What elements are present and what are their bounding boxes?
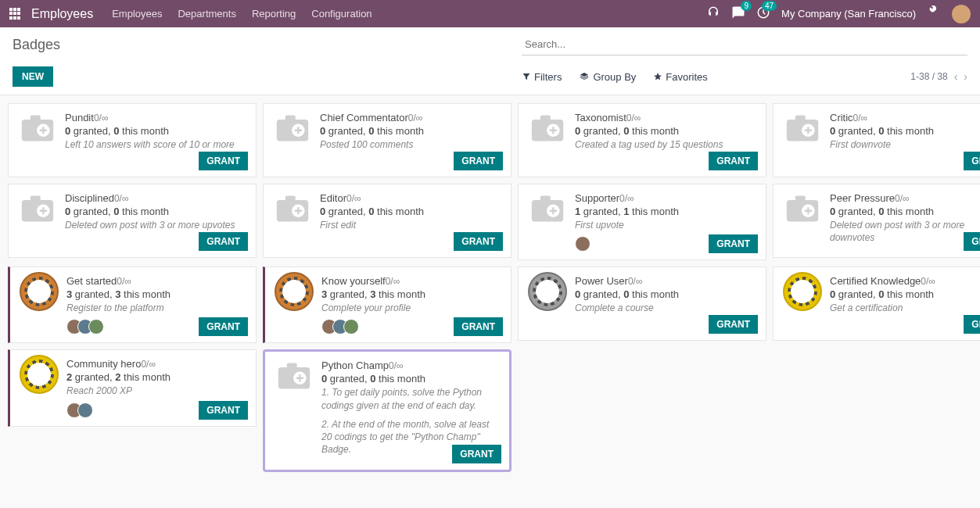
grant-button[interactable]: GRANT	[964, 152, 980, 170]
badge-stats: 2 granted, 2 this month	[66, 371, 246, 383]
badge-medal-bronze	[275, 272, 314, 311]
grant-button[interactable]: GRANT	[454, 317, 503, 336]
grant-button[interactable]: GRANT	[199, 401, 248, 420]
badge-stats: 3 granted, 3 this month	[66, 288, 246, 300]
badge-thumb	[275, 360, 314, 392]
grant-button[interactable]: GRANT	[709, 234, 758, 253]
badge-medal-silver	[528, 272, 567, 311]
badge-card[interactable]: Know yourself0/∞3 granted, 3 this monthC…	[263, 267, 512, 343]
grant-button[interactable]: GRANT	[709, 152, 758, 170]
nav-departments[interactable]: Departments	[178, 8, 235, 20]
messaging-icon[interactable]: 9	[731, 5, 745, 22]
badge-desc: Reach 2000 XP	[66, 385, 246, 397]
grant-button[interactable]: GRANT	[199, 232, 248, 251]
tools-icon[interactable]	[927, 5, 941, 22]
svg-rect-17	[285, 196, 296, 202]
nav-reporting[interactable]: Reporting	[252, 8, 296, 20]
nav-configuration[interactable]: Configuration	[311, 8, 372, 20]
company-selector[interactable]: My Company (San Francisco)	[781, 8, 916, 20]
svg-rect-26	[287, 363, 297, 369]
badge-stats: 0 granted, 0 this month	[830, 206, 980, 217]
grant-button[interactable]: GRANT	[454, 152, 503, 170]
user-avatar-small[interactable]	[77, 402, 93, 418]
badge-desc: Deleted own post with 3 or more downvote…	[830, 219, 980, 244]
svg-rect-2	[31, 116, 41, 121]
grant-button[interactable]: GRANT	[199, 317, 248, 336]
badge-title: Editor0/∞	[320, 192, 501, 204]
svg-rect-20	[540, 196, 551, 202]
badge-card[interactable]: Editor0/∞0 granted, 0 this monthFirst ed…	[263, 184, 512, 258]
favorites-menu[interactable]: Favorites	[653, 71, 707, 83]
camera-placeholder-icon	[785, 194, 820, 224]
camera-placeholder-icon	[20, 113, 55, 143]
filters-menu[interactable]: Filters	[522, 71, 562, 83]
pager-prev[interactable]: ‹	[954, 70, 958, 83]
search-input[interactable]	[522, 34, 967, 55]
badge-stats: 0 granted, 0 this month	[830, 288, 980, 300]
badge-card[interactable]: Community hero0/∞2 granted, 2 this month…	[8, 349, 257, 426]
badge-title: Peer Pressure0/∞	[830, 192, 980, 204]
user-avatar-small[interactable]	[575, 236, 591, 252]
user-avatar[interactable]	[952, 5, 971, 23]
grant-button[interactable]: GRANT	[452, 445, 501, 463]
badge-stats: 1 granted, 1 this month	[575, 206, 756, 217]
grant-button[interactable]: GRANT	[199, 152, 248, 170]
search-wrap	[522, 34, 967, 55]
grant-button[interactable]: GRANT	[709, 315, 758, 334]
badge-thumb	[273, 112, 312, 145]
grant-button[interactable]: GRANT	[964, 232, 980, 251]
badge-thumb	[528, 112, 567, 145]
badge-card[interactable]: Power User0/∞0 granted, 0 this monthComp…	[518, 267, 766, 341]
badge-desc: Complete your profile	[321, 302, 501, 314]
badge-card[interactable]: Supporter0/∞1 granted, 1 this monthFirst…	[518, 184, 766, 260]
badge-stats: 0 granted, 0 this month	[575, 288, 756, 300]
camera-placeholder-icon	[530, 194, 565, 224]
user-avatar-small[interactable]	[343, 319, 359, 334]
badge-card[interactable]: Disciplined0/∞0 granted, 0 this monthDel…	[8, 184, 257, 258]
chat-badge: 9	[741, 1, 752, 11]
badge-card[interactable]: Chief Commentator0/∞0 granted, 0 this mo…	[263, 103, 512, 177]
app-brand[interactable]: Employees	[31, 7, 93, 21]
badge-stats: 0 granted, 0 this month	[575, 125, 756, 137]
control-panel: Badges NEW Filters Group By Favorites 1-…	[0, 27, 980, 95]
badge-card[interactable]: Python Champ0/∞0 granted, 0 this month1.…	[263, 349, 512, 472]
camera-placeholder-icon	[20, 194, 55, 224]
grant-button[interactable]: GRANT	[964, 315, 980, 334]
apps-icon[interactable]	[9, 8, 22, 20]
pager-next[interactable]: ›	[964, 70, 967, 83]
nav-employees[interactable]: Employees	[112, 8, 162, 20]
activity-icon[interactable]: 47	[756, 5, 770, 22]
badge-card[interactable]: Peer Pressure0/∞0 granted, 0 this monthD…	[773, 184, 980, 258]
badge-thumb	[528, 275, 567, 308]
camera-placeholder-icon	[785, 113, 820, 143]
layers-icon	[579, 72, 590, 81]
pager-text: 1-38 / 38	[910, 71, 947, 82]
phone-icon[interactable]	[706, 5, 720, 22]
badge-medal-bronze	[20, 272, 59, 311]
svg-rect-14	[31, 196, 41, 202]
badge-medal-gold	[783, 272, 822, 311]
badge-thumb	[783, 112, 822, 145]
badge-medal-gold	[20, 355, 59, 394]
badge-card[interactable]: Get started0/∞3 granted, 3 this monthReg…	[8, 267, 257, 343]
grant-button[interactable]: GRANT	[454, 232, 503, 251]
badge-stats: 0 granted, 0 this month	[320, 206, 501, 217]
badge-card[interactable]: Pundit0/∞0 granted, 0 this monthLeft 10 …	[8, 103, 257, 177]
new-button[interactable]: NEW	[13, 66, 53, 87]
svg-rect-5	[285, 116, 296, 121]
badge-card[interactable]: Critic0/∞0 granted, 0 this monthFirst do…	[773, 103, 980, 177]
filter-bar: Filters Group By Favorites 1-38 / 38 ‹ ›	[522, 70, 967, 83]
pager: 1-38 / 38 ‹ ›	[910, 70, 967, 83]
badge-thumb	[783, 275, 822, 308]
activity-badge: 47	[762, 1, 777, 11]
badge-title: Critic0/∞	[830, 112, 980, 123]
badge-stats: 0 granted, 0 this month	[830, 125, 980, 137]
badge-card[interactable]: Taxonomist0/∞0 granted, 0 this monthCrea…	[518, 103, 766, 177]
svg-rect-8	[540, 116, 551, 121]
badge-card[interactable]: Certified Knowledge0/∞0 granted, 0 this …	[773, 267, 980, 341]
badge-desc: Left 10 answers with score of 10 or more	[65, 138, 246, 151]
groupby-menu[interactable]: Group By	[579, 71, 636, 83]
user-avatar-small[interactable]	[88, 319, 104, 334]
badge-desc: Posted 100 comments	[320, 138, 501, 151]
badge-title: Certified Knowledge0/∞	[830, 275, 980, 287]
